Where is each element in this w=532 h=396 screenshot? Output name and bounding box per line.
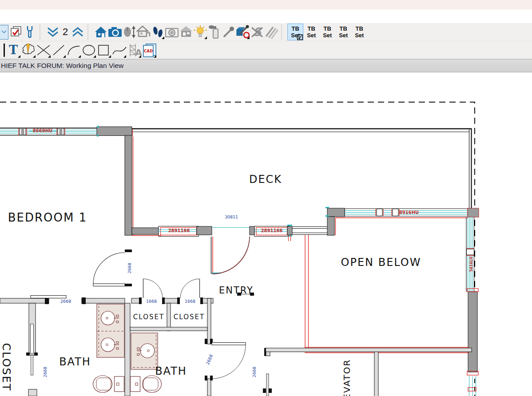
fixture-vanity-bath2 xyxy=(131,333,158,369)
delete-surface-icon[interactable]: S xyxy=(250,24,264,40)
wall-deck-north xyxy=(132,128,472,209)
dim-door-bedroom: 2668 xyxy=(127,263,132,273)
room-label-elevator: ELEVATOR xyxy=(341,359,352,396)
wall-closets-north xyxy=(131,279,213,304)
object-eyedropper-icon[interactable] xyxy=(236,24,250,40)
mouse-orbit-icon[interactable] xyxy=(122,24,136,40)
fixture-toilet-left xyxy=(93,376,124,392)
eyedropper-icon[interactable] xyxy=(222,24,236,40)
fixture-vanity-bath1 xyxy=(97,304,124,357)
dim-closet-door-b: 1668 xyxy=(185,299,195,304)
floor-level-indicator: 2 xyxy=(63,26,68,38)
open-below-boundary xyxy=(305,235,309,348)
toolbar-main: 2 xyxy=(0,23,532,41)
tb-set-button-5[interactable]: TB Set xyxy=(351,24,367,40)
wall-east-window xyxy=(466,208,479,292)
wrench-icon[interactable] xyxy=(23,24,37,40)
wall-corner-northwest xyxy=(97,126,132,137)
view-title-bar: HIEF TALK FORUM: Working Plan View xyxy=(0,59,532,72)
spline-tool-icon[interactable] xyxy=(111,42,127,59)
tb-set-top: TB xyxy=(324,25,331,32)
full-camera-icon[interactable] xyxy=(108,24,122,40)
tb-set-button-1[interactable]: TB Set ☑ xyxy=(287,24,303,40)
floor-up-icon[interactable] xyxy=(71,24,85,40)
door-hall-to-bedroom xyxy=(93,253,125,286)
wall-left-closet xyxy=(26,303,38,396)
text-scaffold-icon[interactable]: A xyxy=(127,42,142,59)
wall-entry-north xyxy=(132,225,327,241)
top-accent-strip xyxy=(0,0,532,10)
cad-label: CAD xyxy=(144,49,153,53)
text-glyph: T xyxy=(9,43,18,57)
window-label-top-left: 8669HU xyxy=(33,128,52,133)
toolbar-separator xyxy=(40,24,44,40)
box-tool-icon[interactable] xyxy=(96,42,111,59)
tb-set-bottom: Set xyxy=(307,32,316,39)
wall-corridor xyxy=(263,348,472,396)
toolbar-separator xyxy=(87,24,92,40)
room-label-deck: DECK xyxy=(249,173,282,186)
wall-deck-window xyxy=(326,207,468,235)
dim-door-hall: 2668 xyxy=(60,299,71,304)
snapshot-camera-icon[interactable] xyxy=(165,24,179,40)
door-label-deck-right: 2891166 xyxy=(261,228,283,233)
floor-down-icon[interactable] xyxy=(46,24,60,40)
tb-set-button-3[interactable]: TB Set xyxy=(319,24,335,40)
checkbox-checked-icon: ☑ xyxy=(297,34,303,41)
tb-set-top: TB xyxy=(356,25,363,32)
room-label-bath1: BATH xyxy=(59,356,91,368)
svg-text:A: A xyxy=(135,47,142,57)
remodel-house-icon[interactable] xyxy=(136,24,151,40)
tb-set-top: TB xyxy=(340,25,347,32)
dropdown-partial-icon[interactable] xyxy=(0,25,8,40)
app-window: { "window_title": "HIEF TALK FORUM: Work… xyxy=(0,0,532,396)
spray-icon[interactable] xyxy=(207,24,222,40)
room-label-bedroom1: BEDROOM 1 xyxy=(8,211,87,224)
hatch-icon[interactable] xyxy=(264,24,278,40)
walkthrough-icon[interactable] xyxy=(151,24,165,40)
dim-door-left-closet: 2668 xyxy=(43,367,48,377)
view-title: HIEF TALK FORUM: Working Plan View xyxy=(1,62,123,70)
cross-marker-icon[interactable] xyxy=(36,42,51,59)
room-label-entry: ENTRY xyxy=(219,285,254,296)
doll-house-view-icon[interactable] xyxy=(179,24,193,40)
tb-set-button-2[interactable]: TB Set xyxy=(303,24,319,40)
floor-plan-drawing: 8669HU 2668 xyxy=(0,72,532,396)
floor-plan-canvas[interactable]: 8669HU 2668 xyxy=(0,72,532,396)
line-tool-icon[interactable] xyxy=(51,42,66,59)
tb-set-bottom: Set xyxy=(355,32,364,39)
fixture-toilet-right xyxy=(131,376,162,392)
room-label-closet-left: CLOSET xyxy=(0,343,13,391)
toolbar-cad: T A CAD xyxy=(0,41,532,59)
room-label-open-below: OPEN BELOW xyxy=(341,256,421,269)
door-entry-swing xyxy=(211,236,250,274)
window-label-deck: 8916HU xyxy=(399,210,419,215)
tb-set-bottom: Set xyxy=(339,32,348,39)
checklist-icon[interactable] xyxy=(8,24,23,40)
dim-door-bath: 2668 xyxy=(205,354,214,366)
room-label-closet-a: CLOSET xyxy=(133,313,164,321)
callout-cloud-pencil-icon[interactable] xyxy=(21,42,36,59)
wall-east-solid xyxy=(467,289,478,396)
circle-tool-icon[interactable] xyxy=(81,42,96,59)
tb-set-top: TB xyxy=(308,25,315,32)
dim-overall-width: 30811 xyxy=(225,214,238,219)
room-label-closet-b: CLOSET xyxy=(174,313,205,321)
top-spacer xyxy=(0,10,532,23)
dim-door-corridor: 2668 xyxy=(252,367,257,377)
text-partial-icon[interactable] xyxy=(0,44,5,57)
wall-bath-center xyxy=(125,303,130,396)
arc-tool-icon[interactable] xyxy=(66,42,81,59)
tb-set-bottom: Set xyxy=(323,32,332,39)
room-label-bath2: BATH xyxy=(155,365,187,377)
default-camera-icon[interactable] xyxy=(94,24,108,40)
tb-set-button-4[interactable]: TB Set xyxy=(335,24,351,40)
light-toggle-icon[interactable] xyxy=(193,24,207,40)
text-tool-icon[interactable]: T xyxy=(6,42,21,59)
window-label-right: 5416LH xyxy=(469,257,473,272)
door-label-deck-left: 2891166 xyxy=(168,228,190,233)
cad-detail-icon[interactable]: CAD xyxy=(142,42,157,59)
dim-closet-door-a: 1668 xyxy=(146,299,157,304)
tb-set-top: TB xyxy=(292,25,299,32)
toolbar-separator xyxy=(281,24,286,40)
